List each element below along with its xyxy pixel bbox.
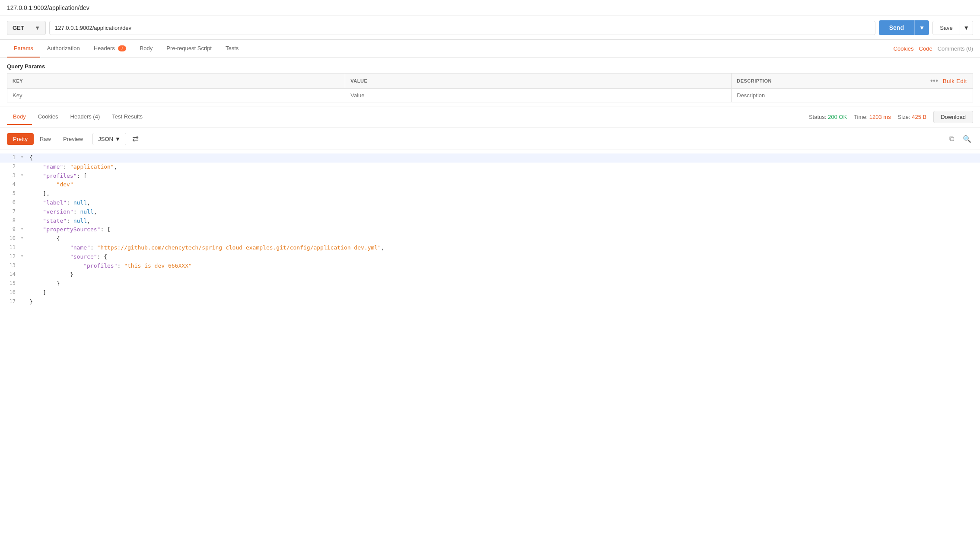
url-input[interactable] xyxy=(49,21,875,35)
desc-cell xyxy=(732,89,925,102)
code-content: "state": null, xyxy=(28,217,92,226)
code-line: 17} xyxy=(0,297,980,307)
code-content: "name": "application", xyxy=(28,163,119,172)
code-line: 8 "state": null, xyxy=(0,217,980,226)
code-line: 5 ], xyxy=(0,189,980,198)
right-icons: ⧉ 🔍 xyxy=(948,133,973,145)
response-header: Body Cookies Headers (4) Test Results St… xyxy=(0,106,980,128)
preview-button[interactable]: Preview xyxy=(57,133,89,145)
code-line: 11 "name": "https://github.com/chencytec… xyxy=(0,243,980,253)
line-number: 14 xyxy=(0,270,21,278)
value-input[interactable] xyxy=(350,92,726,99)
tab-tests[interactable]: Tests xyxy=(219,40,245,58)
format-type-group: JSON ▼ xyxy=(92,133,126,145)
code-content: "label": null, xyxy=(28,198,92,208)
tab-authorization[interactable]: Authorization xyxy=(40,40,87,58)
right-tabs: Cookies Code Comments (0) xyxy=(894,45,973,52)
res-tab-cookies[interactable]: Cookies xyxy=(32,109,64,125)
code-content: "name": "https://github.com/chencytech/s… xyxy=(28,243,386,253)
code-content: } xyxy=(28,279,61,288)
code-content: { xyxy=(28,153,35,163)
line-number: 7 xyxy=(0,208,21,216)
search-icon[interactable]: 🔍 xyxy=(961,133,973,145)
tab-body[interactable]: Body xyxy=(133,40,160,58)
top-bar: 127.0.0.1:9002/application/dev xyxy=(0,0,980,16)
status-label: Status: 200 OK xyxy=(809,114,847,120)
download-button[interactable]: Download xyxy=(933,111,973,123)
line-number: 10 xyxy=(0,234,21,243)
code-content: "profiles": "this is dev 666XXX" xyxy=(28,262,194,271)
bulk-edit-button[interactable]: Bulk Edit xyxy=(943,78,967,84)
code-content: } xyxy=(28,297,35,307)
status-value: 200 OK xyxy=(828,114,847,120)
line-number: 9 xyxy=(0,225,21,233)
line-number: 5 xyxy=(0,189,21,198)
line-arrow[interactable]: ▾ xyxy=(21,172,28,179)
send-dropdown-button[interactable]: ▼ xyxy=(914,20,929,35)
res-tab-body[interactable]: Body xyxy=(7,109,32,125)
line-number: 15 xyxy=(0,279,21,288)
tab-headers[interactable]: Headers 7 xyxy=(87,40,133,58)
tab-pre-request[interactable]: Pre-request Script xyxy=(159,40,219,58)
wrap-button[interactable]: ⇄ xyxy=(130,131,141,146)
desc-input[interactable] xyxy=(737,92,920,99)
code-line: 6 "label": null, xyxy=(0,198,980,208)
code-content: ] xyxy=(28,288,48,297)
key-input[interactable] xyxy=(13,92,340,99)
col-desc-header: DESCRIPTION xyxy=(732,74,925,89)
line-number: 11 xyxy=(0,243,21,252)
chevron-down-icon: ▼ xyxy=(115,136,121,142)
code-line: 4 "dev" xyxy=(0,180,980,189)
method-select[interactable]: GET ▼ xyxy=(7,21,46,35)
code-line: 13 "profiles": "this is dev 666XXX" xyxy=(0,262,980,271)
method-chevron-icon: ▼ xyxy=(35,25,40,31)
query-params-section: Query Params KEY VALUE DESCRIPTION ••• B… xyxy=(0,58,980,102)
code-line: 3▾ "profiles": [ xyxy=(0,172,980,181)
code-line: 15 } xyxy=(0,279,980,288)
code-line: 2 "name": "application", xyxy=(0,163,980,172)
res-tab-test-results[interactable]: Test Results xyxy=(106,109,149,125)
line-arrow[interactable]: ▾ xyxy=(21,253,28,259)
response-meta: Status: 200 OK Time: 1203 ms Size: 425 B… xyxy=(809,111,973,123)
line-number: 6 xyxy=(0,198,21,207)
row-action-cell xyxy=(925,89,973,102)
code-content: "propertySources": [ xyxy=(28,225,112,234)
col-key-header: KEY xyxy=(7,74,345,89)
code-content: "version": null, xyxy=(28,208,99,217)
res-tab-headers[interactable]: Headers (4) xyxy=(64,109,106,125)
cookies-link[interactable]: Cookies xyxy=(894,45,914,52)
code-content: "dev" xyxy=(28,180,75,189)
more-icon[interactable]: ••• xyxy=(930,77,938,84)
line-arrow[interactable]: ▾ xyxy=(21,153,28,160)
table-row xyxy=(7,89,973,102)
code-line: 10▾ { xyxy=(0,234,980,243)
size-value: 425 B xyxy=(912,114,926,120)
line-number: 4 xyxy=(0,180,21,189)
send-button[interactable]: Send xyxy=(879,20,914,35)
save-button[interactable]: Save xyxy=(933,21,960,35)
code-line: 9▾ "propertySources": [ xyxy=(0,225,980,234)
line-number: 2 xyxy=(0,163,21,171)
line-arrow[interactable]: ▾ xyxy=(21,234,28,241)
time-label: Time: 1203 ms xyxy=(854,114,891,120)
request-tabs: Params Authorization Headers 7 Body Pre-… xyxy=(0,40,980,58)
time-value: 1203 ms xyxy=(869,114,891,120)
line-arrow[interactable]: ▾ xyxy=(21,225,28,232)
params-table: KEY VALUE DESCRIPTION ••• Bulk Edit xyxy=(7,73,973,102)
code-link[interactable]: Code xyxy=(919,45,932,52)
save-button-group: Save ▼ xyxy=(932,21,973,35)
value-cell xyxy=(345,89,732,102)
comments-link[interactable]: Comments (0) xyxy=(938,45,973,52)
pretty-button[interactable]: Pretty xyxy=(7,133,34,145)
save-dropdown-button[interactable]: ▼ xyxy=(960,21,973,35)
tab-params[interactable]: Params xyxy=(7,40,40,58)
line-number: 1 xyxy=(0,153,21,162)
code-content: "profiles": [ xyxy=(28,172,89,181)
key-cell xyxy=(7,89,345,102)
json-format-button[interactable]: JSON ▼ xyxy=(93,133,126,145)
raw-button[interactable]: Raw xyxy=(34,133,57,145)
line-number: 17 xyxy=(0,297,21,306)
code-content: { xyxy=(28,234,61,243)
code-line: 7 "version": null, xyxy=(0,208,980,217)
copy-icon[interactable]: ⧉ xyxy=(948,133,956,145)
